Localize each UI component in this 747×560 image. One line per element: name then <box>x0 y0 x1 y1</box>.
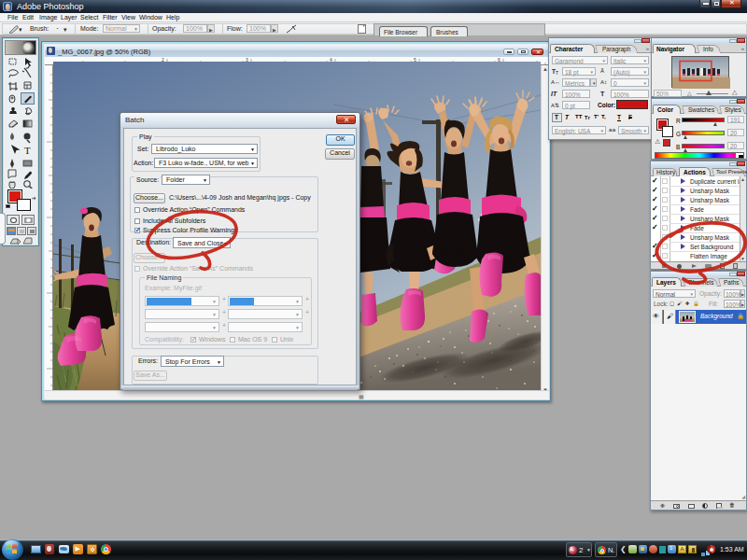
svg-text:T: T <box>24 145 31 156</box>
